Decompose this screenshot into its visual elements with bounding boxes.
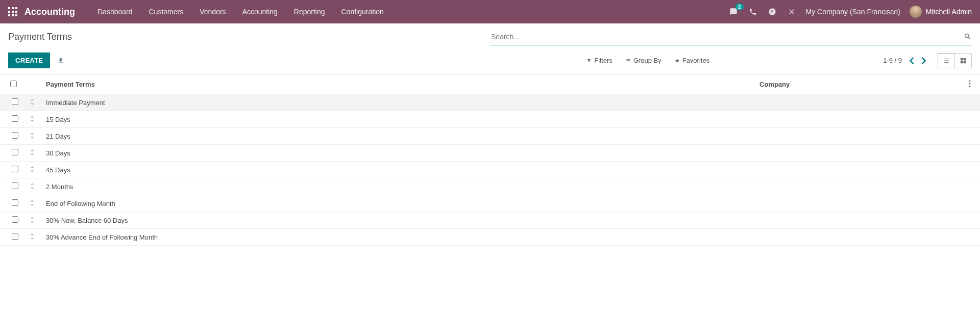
table-row[interactable]: 15 Days (0, 111, 980, 128)
drag-handle-icon[interactable] (23, 212, 41, 229)
close-icon[interactable] (787, 7, 797, 17)
nav-item-vendors[interactable]: Vendors (191, 0, 234, 23)
view-switch (938, 53, 972, 68)
table-row[interactable]: 30 Days (0, 145, 980, 162)
row-company (755, 128, 965, 145)
row-company (755, 212, 965, 229)
messages-icon[interactable]: 2 (728, 7, 739, 17)
nav-menu: Dashboard Customers Vendors Accounting R… (89, 0, 392, 23)
drag-handle-icon[interactable] (23, 195, 41, 212)
row-name: 30% Advance End of Following Month (41, 229, 755, 246)
row-checkbox[interactable] (12, 115, 18, 122)
drag-handle-icon[interactable] (23, 145, 41, 162)
svg-rect-9 (961, 58, 963, 60)
drag-handle-icon[interactable] (23, 94, 41, 111)
search-icon[interactable] (964, 33, 972, 41)
nav-item-configuration[interactable]: Configuration (333, 0, 392, 23)
company-switcher[interactable]: My Company (San Francisco) (806, 8, 900, 16)
user-menu[interactable]: Mitchell Admin (910, 6, 972, 18)
favorites-label: Favorites (682, 57, 709, 64)
view-kanban-button[interactable] (954, 53, 972, 68)
filters-label: Filters (594, 57, 612, 64)
drag-handle-icon[interactable] (23, 128, 41, 145)
table-row[interactable]: 21 Days (0, 128, 980, 145)
row-name: 2 Months (41, 178, 755, 195)
pager-prev[interactable] (909, 57, 914, 64)
svg-rect-1 (12, 7, 14, 9)
svg-rect-6 (8, 14, 10, 16)
svg-rect-10 (964, 58, 966, 60)
pager-text[interactable]: 1-9 / 9 (883, 57, 902, 64)
search-input[interactable] (490, 31, 960, 43)
apps-icon[interactable] (8, 7, 17, 16)
col-header-company[interactable]: Company (755, 75, 965, 94)
row-company (755, 145, 965, 162)
svg-rect-5 (15, 11, 17, 13)
table-row[interactable]: 30% Advance End of Following Month (0, 229, 980, 246)
filters-button[interactable]: Filters (586, 57, 612, 64)
import-button[interactable] (57, 57, 64, 64)
create-button[interactable]: CREATE (8, 53, 50, 68)
table-row[interactable]: End of Following Month (0, 195, 980, 212)
favorites-button[interactable]: Favorites (675, 57, 709, 64)
row-name: End of Following Month (41, 195, 755, 212)
user-name: Mitchell Admin (926, 8, 972, 16)
nav-item-customers[interactable]: Customers (141, 0, 192, 23)
svg-rect-11 (961, 61, 963, 63)
phone-icon[interactable] (748, 7, 758, 17)
search-options: Filters Group By Favorites (586, 57, 709, 64)
nav-right: 2 My Company (San Francisco) Mitchell Ad… (728, 6, 972, 18)
navbar: Accounting Dashboard Customers Vendors A… (0, 0, 980, 23)
view-list-button[interactable] (938, 53, 955, 68)
row-checkbox[interactable] (12, 216, 18, 223)
drag-handle-icon[interactable] (23, 229, 41, 246)
svg-point-14 (969, 83, 971, 85)
nav-item-reporting[interactable]: Reporting (286, 0, 333, 23)
groupby-button[interactable]: Group By (626, 57, 662, 64)
col-header-name[interactable]: Payment Terms (41, 75, 755, 94)
row-name: 21 Days (41, 128, 755, 145)
row-checkbox[interactable] (12, 149, 18, 155)
row-checkbox[interactable] (12, 233, 18, 240)
pager-next[interactable] (921, 57, 926, 64)
row-company (755, 94, 965, 111)
messages-badge: 2 (736, 4, 744, 10)
drag-handle-icon[interactable] (23, 162, 41, 178)
clock-icon[interactable] (767, 7, 777, 17)
select-all-checkbox[interactable] (10, 81, 17, 87)
svg-point-13 (969, 80, 971, 82)
row-name: Immediate Payment (41, 94, 755, 111)
drag-handle-icon[interactable] (23, 178, 41, 195)
row-name: 15 Days (41, 111, 755, 128)
svg-rect-3 (8, 11, 10, 13)
row-name: 30% Now, Balance 60 Days (41, 212, 755, 229)
row-company (755, 195, 965, 212)
nav-item-accounting[interactable]: Accounting (234, 0, 286, 23)
svg-rect-0 (8, 7, 10, 9)
page-title: Payment Terms (8, 30, 490, 42)
col-header-options[interactable] (965, 75, 980, 94)
row-checkbox[interactable] (12, 199, 18, 206)
row-checkbox[interactable] (12, 132, 18, 139)
svg-rect-4 (12, 11, 14, 13)
table-row[interactable]: 45 Days (0, 162, 980, 178)
table-row[interactable]: 30% Now, Balance 60 Days (0, 212, 980, 229)
svg-rect-7 (12, 14, 14, 16)
pager: 1-9 / 9 (883, 57, 926, 64)
table-row[interactable]: Immediate Payment (0, 94, 980, 111)
nav-item-dashboard[interactable]: Dashboard (89, 0, 141, 23)
svg-rect-8 (15, 14, 17, 16)
row-name: 45 Days (41, 162, 755, 178)
row-checkbox[interactable] (12, 166, 18, 172)
row-company (755, 111, 965, 128)
row-checkbox[interactable] (12, 98, 18, 105)
search-box (490, 30, 972, 45)
row-checkbox[interactable] (12, 182, 18, 189)
app-name[interactable]: Accounting (24, 7, 75, 17)
table-row[interactable]: 2 Months (0, 178, 980, 195)
row-company (755, 178, 965, 195)
drag-handle-icon[interactable] (23, 111, 41, 128)
row-company (755, 162, 965, 178)
svg-point-15 (969, 86, 971, 87)
groupby-label: Group By (633, 57, 662, 64)
